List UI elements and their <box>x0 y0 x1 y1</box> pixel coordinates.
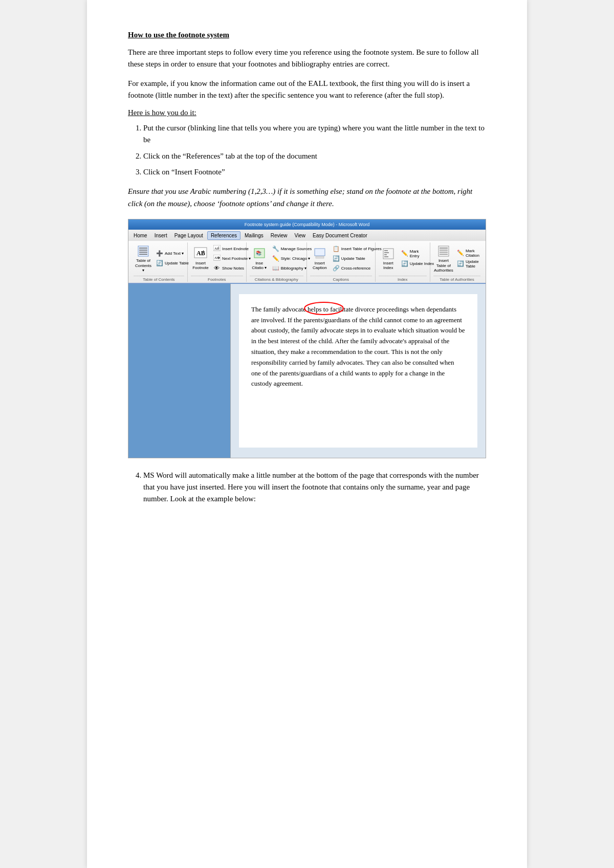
btn-insert-caption[interactable]: InsertCaption <box>310 246 330 271</box>
btn-insert-citation[interactable]: 📚 InseCitatio ▾ <box>250 246 269 271</box>
page-heading: How to use the footnote system <box>128 31 486 39</box>
group-toc-label: Table of Contents <box>134 276 184 282</box>
group-idx-content: InsertIndex ✏️ MarkEntry 🔄 Update Index <box>379 242 427 275</box>
group-auth-content: Insert Table ofAuthorities ✏️ MarkCitati… <box>433 242 480 275</box>
insert-toa-icon <box>436 244 451 258</box>
btn-cap-stack: 📋 Insert Table of Figures 🔄 Update Table… <box>331 244 383 273</box>
cross-reference-icon: 🔗 <box>332 264 340 272</box>
insert-citation-icon: 📚 <box>252 247 267 261</box>
tab-home[interactable]: Home <box>130 232 150 239</box>
btn-insert-footnote[interactable]: AB 1 InsertFootnote <box>191 246 210 271</box>
svg-text:1: 1 <box>203 249 205 253</box>
para2: For example, if you know the information… <box>128 78 486 102</box>
btn-update-table-cap[interactable]: 🔄 Update Table <box>331 254 383 263</box>
step-1: Put the cursor (blinking line that tells… <box>143 122 486 146</box>
update-table-cap-icon: 🔄 <box>332 254 340 262</box>
tab-easy-doc[interactable]: Easy Document Creator <box>310 232 370 239</box>
italic-note: Ensure that you use Arabic numbering (1,… <box>128 185 486 210</box>
btn-cross-reference[interactable]: 🔗 Cross-reference <box>331 263 383 273</box>
group-fn-content: AB 1 InsertFootnote ABi Insert Endnote <box>191 242 243 275</box>
tab-page-layout[interactable]: Page Layout <box>171 232 206 239</box>
btn-bibliography[interactable]: 📖 Bibliography ▾ <box>271 263 313 273</box>
group-auth-label: Table of Authorities <box>433 276 480 282</box>
toc-label: Table ofContents ▾ <box>135 258 151 273</box>
svg-text:AB: AB <box>214 256 218 259</box>
btn-mark-entry[interactable]: ✏️ MarkEntry <box>400 249 435 259</box>
word-screenshot: Footnote system guide (Compatibility Mod… <box>128 219 486 458</box>
insert-index-icon <box>381 247 396 261</box>
btn-table-of-contents[interactable]: Table ofContents ▾ <box>134 243 153 274</box>
update-table-toc-icon: 🔄 <box>156 259 164 268</box>
btn-insert-table-figures[interactable]: 📋 Insert Table of Figures <box>331 244 383 253</box>
insert-index-label: InsertIndex <box>383 261 393 271</box>
tab-references[interactable]: References <box>207 231 240 240</box>
insert-caption-icon <box>313 247 327 261</box>
step-4: MS Word will automatically make a little… <box>143 470 486 505</box>
btn-show-notes[interactable]: 👁 Show Notes <box>212 263 252 273</box>
btn-style[interactable]: ✏️ Style: Chicago ▾ <box>271 254 313 263</box>
btn-add-text[interactable]: ➕ Add Text ▾ <box>155 249 190 258</box>
group-index: InsertIndex ✏️ MarkEntry 🔄 Update Index … <box>376 242 430 282</box>
group-cit-label: Citations & Bibliography <box>250 276 303 282</box>
svg-rect-17 <box>316 256 324 258</box>
insert-table-figures-icon: 📋 <box>332 244 340 253</box>
doc-main-text: The family advocate helps to facilitate … <box>239 294 477 448</box>
page: How to use the footnote system There are… <box>87 0 527 868</box>
btn-add-update-group: ➕ Add Text ▾ 🔄 Update Table <box>155 249 190 268</box>
group-fn-label: Footnotes <box>191 276 243 282</box>
update-table-auth-icon: 🔄 <box>456 260 465 268</box>
ribbon-menubar: Home Insert Page Layout References Maili… <box>128 230 486 241</box>
mark-entry-icon: ✏️ <box>401 250 409 258</box>
insert-footnote-label: InsertFootnote <box>192 261 209 271</box>
btn-auth-stack: ✏️ MarkCitation 🔄 UpdateTable <box>455 248 480 269</box>
next-footnote-icon: AB <box>213 254 221 262</box>
btn-next-footnote[interactable]: AB Next Footnote ▾ <box>212 254 252 263</box>
add-text-icon: ➕ <box>156 250 164 258</box>
btn-insert-index[interactable]: InsertIndex <box>379 246 398 271</box>
btn-update-table-toc[interactable]: 🔄 Update Table <box>155 259 190 268</box>
steps-list-4: MS Word will automatically make a little… <box>143 470 486 505</box>
insert-caption-label: InsertCaption <box>313 261 327 271</box>
svg-rect-23 <box>438 246 449 256</box>
style-icon: ✏️ <box>272 254 280 262</box>
ribbon-content: Table ofContents ▾ ➕ Add Text ▾ 🔄 Update… <box>128 241 486 284</box>
btn-fn-stack: ABi Insert Endnote AB Next Footnote ▾ 👁 <box>212 244 252 273</box>
doc-content-area: The family advocate helps to facilitate … <box>128 284 486 458</box>
step-3: Click on “Insert Footnote” <box>143 166 486 178</box>
step-2: Click on the “References” tab at the top… <box>143 150 486 162</box>
ribbon-titlebar: Footnote system guide (Compatibility Mod… <box>128 219 486 230</box>
manage-sources-icon: 🔧 <box>272 244 280 253</box>
tab-view[interactable]: View <box>292 232 309 239</box>
mark-citation-icon: ✏️ <box>456 249 465 257</box>
btn-manage-sources[interactable]: 🔧 Manage Sources <box>271 244 313 253</box>
insert-endnote-icon: ABi <box>213 244 221 253</box>
subheading: Here is how you do it: <box>128 108 486 117</box>
tab-insert[interactable]: Insert <box>151 232 170 239</box>
group-authorities: Insert Table ofAuthorities ✏️ MarkCitati… <box>430 242 484 282</box>
doc-left-panel <box>128 284 231 458</box>
update-index-icon: 🔄 <box>401 260 409 268</box>
btn-insert-toa[interactable]: Insert Table ofAuthorities <box>433 243 454 274</box>
bibliography-icon: 📖 <box>272 264 280 272</box>
para1: There are three important steps to follo… <box>128 47 486 71</box>
steps-list: Put the cursor (blinking line that tells… <box>143 122 486 178</box>
insert-footnote-icon: AB 1 <box>193 247 208 261</box>
btn-insert-endnote[interactable]: ABi Insert Endnote <box>212 244 252 253</box>
btn-mark-citation[interactable]: ✏️ MarkCitation <box>455 248 480 258</box>
btn-cit-stack: 🔧 Manage Sources ✏️ Style: Chicago ▾ 📖 B… <box>271 244 313 273</box>
show-notes-icon: 👁 <box>213 264 221 272</box>
svg-rect-18 <box>383 249 393 259</box>
btn-update-index[interactable]: 🔄 Update Index <box>400 259 435 269</box>
tab-mailings[interactable]: Mailings <box>242 232 267 239</box>
group-toc-content: Table ofContents ▾ ➕ Add Text ▾ 🔄 Update… <box>134 242 184 275</box>
insert-citation-label: InseCitatio ▾ <box>252 261 267 271</box>
btn-update-table-auth[interactable]: 🔄 UpdateTable <box>455 259 480 269</box>
insert-toa-label: Insert Table ofAuthorities <box>434 258 453 273</box>
group-cap-label: Captions <box>310 276 372 282</box>
doc-paragraph: The family advocate helps to facilitate … <box>251 304 465 389</box>
group-citations: 📚 InseCitatio ▾ 🔧 Manage Sources ✏️ Styl… <box>247 242 307 282</box>
svg-rect-0 <box>138 246 148 256</box>
tab-review[interactable]: Review <box>268 232 291 239</box>
group-cit-content: 📚 InseCitatio ▾ 🔧 Manage Sources ✏️ Styl… <box>250 242 303 275</box>
btn-idx-stack: ✏️ MarkEntry 🔄 Update Index <box>400 249 435 269</box>
